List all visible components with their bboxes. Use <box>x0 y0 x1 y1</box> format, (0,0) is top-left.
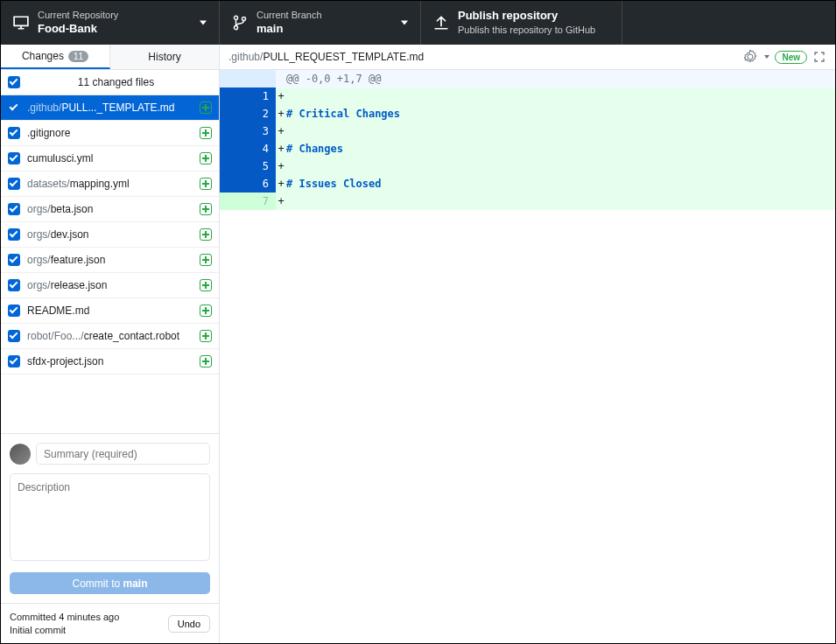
added-icon <box>200 152 212 164</box>
added-icon <box>200 279 212 291</box>
tab-changes-label: Changes <box>22 50 64 62</box>
undo-line1: Committed 4 minutes ago <box>10 611 119 623</box>
files-header-text: 11 changed files <box>20 76 212 88</box>
added-icon <box>200 228 212 241</box>
commit-button-prefix: Commit to <box>72 578 123 590</box>
summary-input[interactable] <box>36 443 210 465</box>
file-name: robot/Foo.../create_contact.robot <box>27 330 200 342</box>
file-item[interactable]: .github/PULL..._TEMPLATE.md <box>1 95 219 121</box>
chevron-down-icon <box>401 21 408 25</box>
expand-icon <box>814 52 825 62</box>
file-checkbox[interactable] <box>8 203 20 215</box>
file-list: .github/PULL..._TEMPLATE.md.gitignorecum… <box>1 95 219 433</box>
file-item[interactable]: .gitignore <box>1 121 219 146</box>
publish-label: Publish repository <box>458 9 595 24</box>
file-checkbox[interactable] <box>8 254 20 266</box>
file-name: .github/PULL..._TEMPLATE.md <box>27 102 200 114</box>
file-name: orgs/release.json <box>27 279 200 291</box>
file-item[interactable]: README.md <box>1 298 219 324</box>
diff-line[interactable]: 3+ <box>220 122 835 140</box>
diff-code <box>286 192 835 210</box>
file-item[interactable]: cumulusci.yml <box>1 146 219 172</box>
file-checkbox[interactable] <box>8 330 20 342</box>
diff-code: # Changes <box>286 140 835 158</box>
file-checkbox[interactable] <box>8 152 20 164</box>
new-badge: New <box>775 51 807 64</box>
file-item[interactable]: orgs/feature.json <box>1 248 219 273</box>
diff-line[interactable]: 7+ <box>220 192 835 210</box>
added-icon <box>200 178 212 190</box>
added-icon <box>200 355 212 368</box>
file-item[interactable]: orgs/dev.json <box>1 222 219 248</box>
file-checkbox[interactable] <box>8 102 20 114</box>
file-item[interactable]: orgs/release.json <box>1 273 219 298</box>
branch-value: main <box>256 22 322 37</box>
commit-button-branch: main <box>123 578 148 590</box>
avatar <box>10 444 31 465</box>
commit-button[interactable]: Commit to main <box>10 572 210 594</box>
diff-code: # Critical Changes <box>286 105 835 122</box>
git-branch-icon <box>232 15 248 31</box>
tab-changes[interactable]: Changes 11 <box>1 45 110 69</box>
tab-history[interactable]: History <box>110 45 219 69</box>
select-all-checkbox[interactable] <box>8 76 20 88</box>
diff-code <box>286 122 835 140</box>
file-name: sfdx-project.json <box>27 355 200 368</box>
repo-value: Food-Bank <box>38 22 118 37</box>
chevron-down-icon <box>764 55 769 59</box>
file-checkbox[interactable] <box>8 304 20 317</box>
file-name: orgs/feature.json <box>27 254 200 266</box>
diff-line[interactable]: 2+# Critical Changes <box>220 105 835 122</box>
diff-line[interactable]: 6+# Issues Closed <box>220 175 835 192</box>
publish-button[interactable]: Publish repository Publish this reposito… <box>421 1 622 45</box>
added-icon <box>200 330 212 342</box>
undo-line2: Initial commit <box>10 624 119 636</box>
repo-label: Current Repository <box>38 9 118 21</box>
svg-point-1 <box>234 26 237 30</box>
diff-body: @@ -0,0 +1,7 @@1+2+# Critical Changes3+4… <box>220 70 835 643</box>
repo-selector[interactable]: Current Repository Food-Bank <box>1 1 220 45</box>
svg-point-0 <box>234 16 237 19</box>
gear-icon <box>743 50 757 64</box>
file-name: orgs/beta.json <box>27 203 200 215</box>
file-checkbox[interactable] <box>8 127 20 139</box>
file-item[interactable]: sfdx-project.json <box>1 349 219 374</box>
added-icon <box>200 203 212 215</box>
svg-point-2 <box>242 17 245 20</box>
diff-path-file: PULL_REQUEST_TEMPLATE.md <box>263 51 424 63</box>
description-input[interactable] <box>10 473 210 561</box>
diff-path: .github/PULL_REQUEST_TEMPLATE.md <box>228 51 424 63</box>
diff-line[interactable]: 4+# Changes <box>220 140 835 158</box>
chevron-down-icon <box>200 21 207 25</box>
branch-selector[interactable]: Current Branch main <box>220 1 421 45</box>
file-checkbox[interactable] <box>8 178 20 190</box>
diff-settings-button[interactable] <box>743 49 759 65</box>
toolbar-spacer <box>622 1 835 45</box>
monitor-icon <box>13 15 29 31</box>
diff-path-dir: .github/ <box>228 51 263 63</box>
changes-count-badge: 11 <box>68 51 88 62</box>
diff-code <box>286 158 835 175</box>
added-icon <box>200 102 212 114</box>
diff-line[interactable]: 5+ <box>220 158 835 175</box>
file-item[interactable]: orgs/beta.json <box>1 197 219 222</box>
file-name: .gitignore <box>27 127 200 139</box>
file-item[interactable]: robot/Foo.../create_contact.robot <box>1 324 219 349</box>
diff-code: # Issues Closed <box>286 175 835 192</box>
upload-icon <box>433 15 449 31</box>
added-icon <box>200 127 212 139</box>
added-icon <box>200 254 212 266</box>
file-checkbox[interactable] <box>8 279 20 291</box>
diff-code <box>286 88 835 105</box>
file-name: datasets/mapping.yml <box>27 178 200 190</box>
file-item[interactable]: datasets/mapping.yml <box>1 172 219 197</box>
branch-label: Current Branch <box>256 9 322 21</box>
file-checkbox[interactable] <box>8 228 20 241</box>
diff-line[interactable]: 1+ <box>220 88 835 105</box>
file-name: README.md <box>27 304 200 317</box>
expand-button[interactable] <box>812 50 826 64</box>
added-icon <box>200 304 212 317</box>
file-checkbox[interactable] <box>8 355 20 368</box>
undo-button[interactable]: Undo <box>168 615 210 633</box>
file-name: orgs/dev.json <box>27 228 200 241</box>
